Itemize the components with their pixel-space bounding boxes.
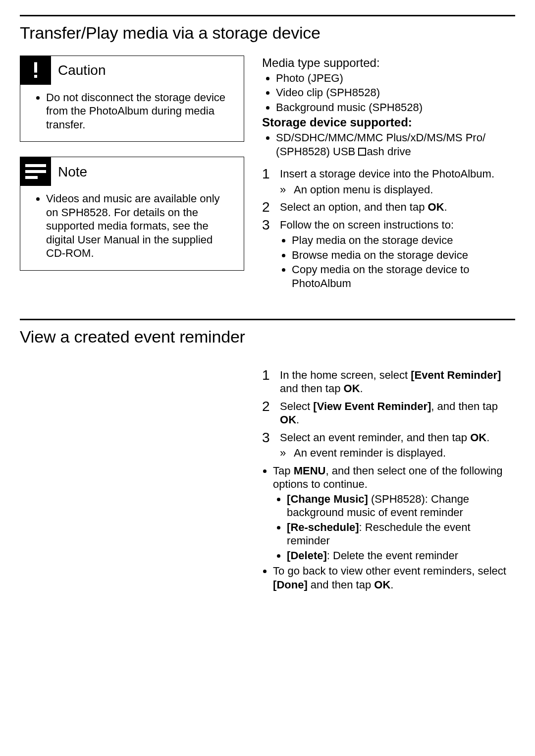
media-type-item: Background music (SPH8528) — [276, 101, 515, 115]
step-3-bullet: Play media on the storage device — [292, 233, 515, 247]
s2-b1-sub1-a: [Change Music] — [287, 493, 368, 505]
s2-step1-c: and then tap — [280, 382, 343, 395]
step-2-text-a: Select an option, and then tap — [280, 201, 428, 213]
media-type-item: Video clip (SPH8528) — [276, 86, 515, 100]
s2-b1-sub1: [Change Music] (SPH8528): Change backgro… — [287, 492, 515, 520]
s2-step1-e: . — [360, 382, 363, 395]
step-2-text-c: . — [444, 201, 447, 213]
s2-step-1: In the home screen, select [Event Remind… — [262, 368, 515, 396]
caution-heading: Caution — [58, 61, 106, 79]
s2-bullet-1: Tap MENU, and then select one of the fol… — [273, 464, 515, 563]
s2-step3-b: OK — [470, 431, 486, 444]
section1-title: Transfer/Play media via a storage device — [20, 22, 515, 44]
section2-bullets: Tap MENU, and then select one of the fol… — [262, 464, 515, 592]
step-3-bullet: Copy media on the storage device to Phot… — [292, 263, 515, 290]
s2-step3-c: . — [486, 431, 489, 444]
media-type-list: Photo (JPEG) Video clip (SPH8528) Backgr… — [262, 71, 515, 115]
s2-b1-sub3-a: [Delete] — [287, 549, 327, 562]
section2-steps: In the home screen, select [Event Remind… — [262, 368, 515, 460]
caution-box: Caution Do not disconnect the storage de… — [20, 56, 244, 142]
s2-b1-sub3: [Delete]: Delete the event reminder — [287, 549, 515, 563]
svg-rect-0 — [34, 62, 37, 72]
s2-b2-a: To go back to view other event reminders… — [273, 565, 506, 577]
step-2: Select an option, and then tap OK. — [262, 200, 515, 214]
s2-b2-d: OK — [374, 579, 390, 591]
flash-glyph-icon — [358, 148, 366, 156]
media-type-item: Photo (JPEG) — [276, 71, 515, 85]
step-3-bullet: Browse media on the storage device — [292, 248, 515, 262]
s2-b1-sub3-b: : Delete the event reminder — [327, 549, 458, 562]
section2-title: View a created event reminder — [20, 326, 515, 348]
svg-rect-1 — [34, 75, 37, 78]
step-1: Insert a storage device into the PhotoAl… — [262, 167, 515, 196]
storage-list: SD/SDHC/MMC/MMC Plus/xD/MS/MS Pro/ (SPH8… — [262, 131, 515, 158]
section-divider — [20, 15, 515, 16]
s2-step2-e: . — [296, 413, 299, 426]
s2-b2-b: [Done] — [273, 579, 308, 591]
caution-item: Do not disconnect the storage device fro… — [46, 91, 235, 132]
section1-steps: Insert a storage device into the PhotoAl… — [262, 167, 515, 290]
step-2-ok: OK — [428, 201, 444, 213]
s2-b1-a: Tap — [273, 465, 294, 477]
note-heading: Note — [58, 163, 87, 180]
storage-item-suffix: ash drive — [367, 145, 411, 158]
storage-item: SD/SDHC/MMC/MMC Plus/xD/MS/MS Pro/ (SPH8… — [276, 131, 515, 158]
s2-step3-result: An event reminder is displayed. — [280, 446, 515, 460]
s2-b2-e: . — [390, 579, 393, 591]
s2-step2-d: OK — [280, 413, 296, 426]
s2-b1-b: MENU — [294, 465, 326, 477]
step-3: Follow the on screen instructions to: Pl… — [262, 218, 515, 291]
s2-b1-sub2: [Re-schedule]: Reschedule the event remi… — [287, 521, 515, 548]
s2-bullet-2: To go back to view other event reminders… — [273, 564, 515, 591]
media-type-heading: Media type supported: — [262, 56, 515, 70]
note-item: Videos and music are available only on S… — [46, 192, 235, 260]
step-1-result: An option menu is displayed. — [280, 183, 515, 197]
s2-b1-sub2-a: [Re-schedule] — [287, 521, 359, 533]
note-box: Note Videos and music are available only… — [20, 157, 244, 271]
s2-step-3: Select an event reminder, and then tap O… — [262, 431, 515, 460]
s2-step2-c: , and then tap — [431, 400, 498, 412]
s2-step3-a: Select an event reminder, and then tap — [280, 431, 470, 444]
s2-step1-a: In the home screen, select — [280, 369, 411, 381]
s2-step2-a: Select — [280, 400, 313, 412]
s2-step1-b: [Event Reminder] — [411, 369, 501, 381]
step-1-text: Insert a storage device into the PhotoAl… — [280, 168, 494, 180]
section-divider — [20, 319, 515, 320]
s2-step1-d: OK — [344, 382, 360, 395]
s2-step2-b: [View Event Reminder] — [313, 400, 431, 412]
storage-heading: Storage device supported: — [262, 115, 515, 130]
s2-b2-c: and then tap — [308, 579, 374, 591]
s2-step-2: Select [View Event Reminder], and then t… — [262, 400, 515, 427]
step-3-text: Follow the on screen instructions to: — [280, 219, 454, 231]
caution-icon — [20, 56, 51, 85]
note-icon — [20, 157, 51, 186]
